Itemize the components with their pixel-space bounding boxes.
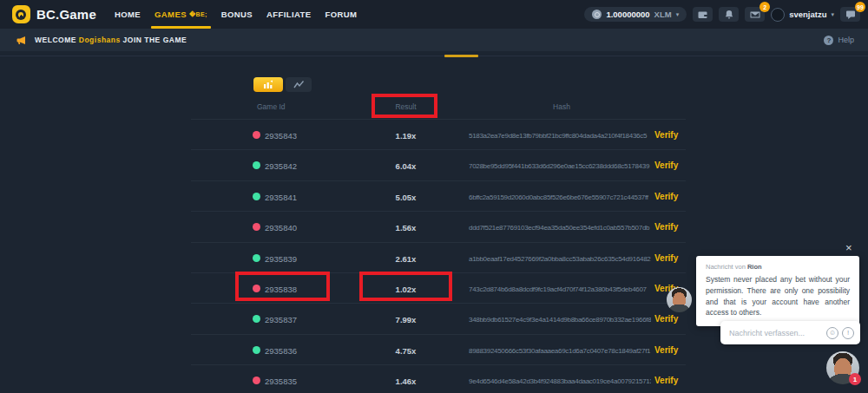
chat-message-text: System never placed any bet without your… [706, 274, 850, 318]
bc-game-page: BC.Game HOME GAMES�BE; BONUS AFFILIATE F… [0, 0, 868, 393]
message-sender-name: Rion [747, 263, 762, 271]
status-dot [253, 377, 260, 384]
result-value: 1.02x [347, 285, 464, 294]
wallet-button[interactable] [693, 7, 713, 22]
game-results-table: Game Id Result Hash 2935843 1.19x 5183a2… [191, 90, 686, 393]
chevron-down-icon: ▾ [831, 11, 834, 18]
status-dot [253, 346, 260, 354]
game-id: 2935842 [265, 161, 297, 171]
game-id: 2935843 [265, 131, 297, 141]
result-value: 5.05x [347, 193, 464, 202]
verify-link[interactable]: Verify [654, 160, 678, 170]
table-row: 2935838 1.02x 743c2d874b6d8a8dcdf9fc19ac… [191, 272, 686, 303]
hash-value: 6bffc2a59159d2060d0abc85f526e6be676e5590… [469, 193, 651, 201]
chat-user-avatar[interactable]: 1 [826, 351, 859, 384]
status-dot [253, 131, 260, 139]
chat-badge: 99 [855, 2, 865, 12]
table-row: 2935843 1.19x 5183a2ea7e9d8e13fb79bbf21b… [191, 119, 686, 149]
top-navbar: BC.Game HOME GAMES�BE; BONUS AFFILIATE F… [0, 0, 868, 29]
main-nav: HOME GAMES�BE; BONUS AFFILIATE FORUM [108, 0, 364, 29]
chat-message-meta: Nachricht von Rion [706, 263, 850, 271]
chat-message-input[interactable] [729, 329, 823, 337]
table-row: 2935835 1.46x 9e4d6546d4e58a42d3b4f92488… [191, 364, 686, 393]
table-row: 2935839 2.61x a1bb0eaaf17ed4527669f2a0bb… [191, 242, 686, 272]
verify-link[interactable]: Verify [654, 376, 678, 385]
megaphone-icon [16, 35, 27, 46]
nav-item-forum[interactable]: FORUM [319, 0, 365, 29]
game-id: 2935839 [265, 254, 297, 264]
chat-bubble-icon [845, 10, 856, 20]
question-mark-icon: ? [824, 36, 833, 45]
announcement-username[interactable]: Dogishans [79, 36, 121, 44]
result-value: 1.56x [347, 223, 464, 233]
verify-link[interactable]: Verify [654, 130, 678, 140]
unread-count-badge: 1 [849, 373, 861, 385]
verify-link[interactable]: Verify [654, 314, 678, 324]
announcement-bar: WELCOME Dogishans JOIN THE GAME ? Help [0, 29, 868, 51]
verify-link[interactable]: Verify [654, 222, 678, 232]
balance-selector[interactable]: 1.00000000 XLM ▾ [584, 7, 687, 22]
mail-button[interactable]: 2 [745, 7, 765, 22]
chat-message-card: Nachricht von Rion System never placed a… [696, 256, 859, 326]
game-id: 2935837 [265, 315, 297, 324]
status-dot [253, 285, 260, 292]
game-id: 2935840 [265, 223, 297, 233]
nav-item-affiliate[interactable]: AFFILIATE [260, 0, 318, 29]
game-id: 2935841 [265, 193, 297, 202]
coin-icon [592, 10, 602, 19]
table-row: 2935841 5.05x 6bffc2a59159d2060d0abc85f5… [191, 180, 686, 211]
hash-value: 5183a2ea7e9d8e13fb79bbf21bc9ffc804dada4a… [469, 132, 651, 140]
welcome-suffix: JOIN THE GAME [123, 36, 187, 44]
active-tab-indicator [444, 55, 478, 57]
bell-icon [724, 10, 734, 20]
hash-value: 348bb9db61527e4c9f3e4a1414d9b8ba66ce8970… [469, 316, 651, 324]
hash-value: 8988392450666c53f30afaaaea69c1d6a7c0407e… [469, 347, 651, 355]
help-label: Help [838, 36, 854, 44]
status-dot [253, 223, 260, 231]
balance-amount: 1.00000000 [606, 10, 649, 19]
hash-value: a1bb0eaaf17ed4527669f2a0bba8cc53abab26c6… [469, 255, 651, 263]
chat-toggle-button[interactable]: 99 [840, 7, 860, 22]
topbar-actions: 1.00000000 XLM ▾ 2 [584, 7, 860, 22]
table-row: 2935837 7.99x 348bb9db61527e4c9f3e4a1414… [191, 303, 686, 333]
hash-value: 7028be95dd95f441b633d6d296e0ae15cc6238dd… [469, 162, 651, 170]
chat-input-container: ☺ ! [720, 321, 860, 344]
verify-link[interactable]: Verify [654, 345, 678, 355]
result-value: 2.61x [347, 254, 464, 264]
result-value: 6.04x [347, 161, 464, 171]
nav-item-home[interactable]: HOME [108, 0, 148, 29]
balance-currency: XLM [654, 10, 672, 19]
result-value: 4.75x [347, 346, 464, 356]
result-value: 1.19x [347, 131, 464, 141]
result-value: 7.99x [347, 315, 464, 324]
help-button[interactable]: ? Help [824, 36, 854, 45]
chat-close-icon[interactable]: × [845, 242, 852, 253]
notifications-button[interactable] [719, 7, 739, 22]
hash-value: 743c2d874b6d8a8dcdf9fc19acf4d70f74f12a38… [469, 285, 651, 293]
table-row: 2935840 1.56x ddd7f521e87769103ecf94ea35… [191, 211, 686, 241]
nav-item-games[interactable]: GAMES�BE; [148, 0, 214, 29]
nav-item-bonus[interactable]: BONUS [214, 0, 260, 29]
result-value: 1.46x [347, 377, 464, 386]
game-id: 2935836 [265, 346, 297, 356]
announcement-text: WELCOME Dogishans JOIN THE GAME [35, 36, 187, 44]
section-divider [0, 56, 868, 56]
verify-link[interactable]: Verify [654, 253, 678, 263]
brand-logo[interactable]: BC.Game [12, 5, 96, 23]
mail-badge: 2 [760, 2, 770, 12]
table-row: 2935842 6.04x 7028be95dd95f441b633d6d296… [191, 149, 686, 180]
table-row: 2935836 4.75x 8988392450666c53f30afaaaea… [191, 334, 686, 364]
status-dot [253, 315, 260, 323]
chevron-down-icon: ▾ [676, 11, 680, 18]
bc-game-logo-icon [12, 5, 30, 23]
column-header-result: Result [347, 102, 464, 111]
hash-value: ddd7f521e87769103ecf94ea35da50ee354efd1c… [469, 224, 651, 232]
table-header-row: Game Id Result Hash [191, 90, 686, 119]
username: svenjatzu [789, 10, 826, 19]
user-menu[interactable]: svenjatzu ▾ [771, 8, 834, 22]
emoji-icon[interactable]: ☺ [826, 327, 838, 339]
info-icon[interactable]: ! [842, 327, 854, 339]
verify-link[interactable]: Verify [654, 192, 678, 201]
mail-icon [750, 10, 760, 20]
wallet-icon [698, 10, 708, 20]
